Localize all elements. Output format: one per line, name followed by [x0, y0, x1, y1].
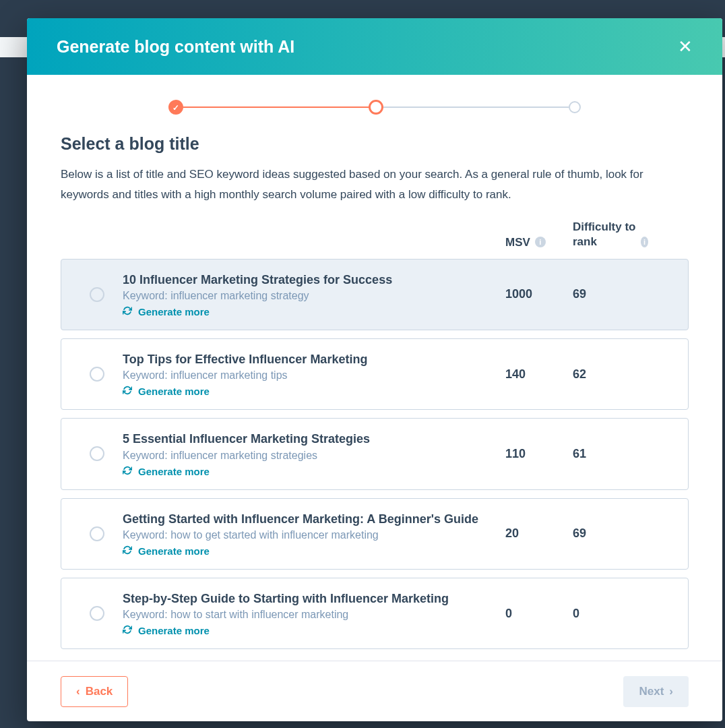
difficulty-value: 61 — [573, 447, 627, 461]
generate-more-label: Generate more — [138, 306, 210, 317]
radio-button[interactable] — [90, 606, 104, 621]
refresh-icon — [123, 466, 132, 477]
generate-more-button[interactable]: Generate more — [123, 306, 505, 317]
modal-title: Generate blog content with AI — [57, 37, 294, 57]
option-title: 10 Influencer Marketing Strategies for S… — [123, 272, 505, 288]
step-3-future — [569, 101, 581, 113]
stepper — [61, 99, 689, 115]
generate-more-button[interactable]: Generate more — [123, 625, 505, 636]
option-title: 5 Essential Influencer Marketing Strateg… — [123, 431, 505, 447]
msv-value: 140 — [505, 367, 573, 382]
generate-more-button[interactable]: Generate more — [123, 466, 505, 477]
back-button-label: Back — [86, 685, 113, 698]
refresh-icon — [123, 625, 132, 636]
back-button[interactable]: ‹ Back — [61, 676, 128, 707]
close-icon[interactable]: ✕ — [678, 38, 693, 55]
title-option-row[interactable]: Getting Started with Influencer Marketin… — [61, 498, 689, 570]
header-difficulty: Difficulty to rank i — [573, 220, 648, 249]
generate-more-label: Generate more — [138, 386, 210, 397]
radio-button[interactable] — [90, 526, 104, 541]
modal-dialog: Generate blog content with AI ✕ Select a… — [27, 18, 722, 721]
title-option-row[interactable]: 10 Influencer Marketing Strategies for S… — [61, 259, 689, 330]
row-content: 10 Influencer Marketing Strategies for S… — [123, 272, 505, 317]
table-headers: MSV i Difficulty to rank i — [61, 220, 689, 249]
modal-body: Select a blog title Below is a list of t… — [27, 75, 722, 661]
header-msv: MSV i — [505, 220, 573, 249]
generate-more-button[interactable]: Generate more — [123, 386, 505, 397]
difficulty-value: 69 — [573, 526, 627, 541]
row-content: Getting Started with Influencer Marketin… — [123, 511, 505, 557]
option-keyword: Keyword: influencer marketing strategy — [123, 290, 505, 302]
refresh-icon — [123, 386, 132, 397]
step-1-done — [168, 100, 183, 115]
refresh-icon — [123, 306, 132, 317]
header-spacer — [61, 220, 505, 249]
difficulty-value: 62 — [573, 367, 627, 382]
next-button-label: Next — [639, 685, 664, 698]
title-option-row[interactable]: 5 Essential Influencer Marketing Strateg… — [61, 418, 689, 489]
generate-more-label: Generate more — [138, 625, 210, 636]
next-button[interactable]: Next › — [623, 676, 689, 707]
step-line-1 — [183, 107, 369, 108]
modal-footer: ‹ Back Next › — [27, 661, 722, 721]
header-msv-label: MSV — [505, 236, 530, 249]
info-icon[interactable]: i — [641, 237, 648, 247]
title-option-row[interactable]: Step-by-Step Guide to Starting with Infl… — [61, 578, 689, 649]
option-keyword: Keyword: influencer marketing tips — [123, 369, 505, 382]
option-keyword: Keyword: how to get started with influen… — [123, 529, 505, 541]
option-title: Top Tips for Effective Influencer Market… — [123, 351, 505, 367]
title-options-list: 10 Influencer Marketing Strategies for S… — [61, 259, 689, 649]
row-content: Top Tips for Effective Influencer Market… — [123, 351, 505, 397]
option-keyword: Keyword: how to start with influencer ma… — [123, 609, 505, 621]
msv-value: 20 — [505, 526, 573, 541]
msv-value: 110 — [505, 447, 573, 461]
radio-button[interactable] — [90, 287, 104, 302]
page-title: Select a blog title — [61, 134, 689, 154]
header-difficulty-label: Difficulty to rank — [573, 220, 636, 249]
chevron-right-icon: › — [669, 686, 673, 697]
step-line-2 — [383, 107, 569, 108]
msv-value: 0 — [505, 607, 573, 621]
refresh-icon — [123, 545, 132, 557]
generate-more-label: Generate more — [138, 545, 210, 557]
row-content: 5 Essential Influencer Marketing Strateg… — [123, 431, 505, 477]
check-icon — [172, 101, 179, 113]
row-content: Step-by-Step Guide to Starting with Infl… — [123, 590, 505, 636]
option-title: Step-by-Step Guide to Starting with Infl… — [123, 590, 505, 607]
generate-more-label: Generate more — [138, 466, 210, 477]
step-2-current — [369, 100, 383, 115]
msv-value: 1000 — [505, 287, 573, 301]
difficulty-value: 0 — [573, 607, 627, 621]
radio-button[interactable] — [90, 367, 104, 382]
page-description: Below is a list of title and SEO keyword… — [61, 164, 689, 205]
difficulty-value: 69 — [573, 287, 627, 301]
info-icon[interactable]: i — [535, 237, 546, 247]
chevron-left-icon: ‹ — [76, 686, 80, 697]
radio-button[interactable] — [90, 446, 104, 461]
title-option-row[interactable]: Top Tips for Effective Influencer Market… — [61, 338, 689, 410]
option-title: Getting Started with Influencer Marketin… — [123, 511, 505, 527]
modal-header: Generate blog content with AI ✕ — [27, 18, 722, 75]
generate-more-button[interactable]: Generate more — [123, 545, 505, 557]
option-keyword: Keyword: influencer marketing strategies — [123, 450, 505, 462]
